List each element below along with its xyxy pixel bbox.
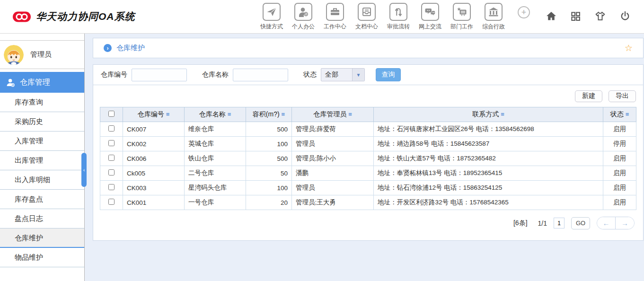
breadcrumb-arrow-icon: ›: [104, 44, 112, 52]
column-menu-icon[interactable]: ≡: [228, 111, 231, 118]
warehouse-code-input[interactable]: [132, 69, 187, 81]
warehouse-name-input[interactable]: [233, 69, 288, 81]
briefcase-icon: [326, 3, 344, 21]
nav-item-approval-flow[interactable]: 审批流转: [386, 3, 411, 31]
status-label: 状态: [303, 70, 317, 79]
go-button[interactable]: GO: [571, 217, 590, 229]
page-info: 1/1: [538, 220, 547, 227]
home-icon[interactable]: [546, 10, 557, 22]
status-select-value: 全部: [321, 70, 352, 79]
status-badge: 停用: [603, 137, 636, 151]
person-badge-icon: [6, 78, 16, 88]
column-menu-icon[interactable]: ≡: [626, 111, 629, 118]
pager-arrows: ← →: [597, 217, 635, 229]
col-header-manager[interactable]: 仓库管理员≡: [292, 107, 374, 122]
nav-item-personal-office[interactable]: 个人办公: [291, 3, 316, 31]
col-header-capacity[interactable]: 容积(m?)≡: [246, 107, 292, 122]
row-checkbox[interactable]: [108, 155, 115, 161]
table-row[interactable]: CK002 英城仓库 100 管理员 地址：靖边路58号 电话：15845623…: [100, 137, 636, 151]
chevron-down-icon: ▼: [352, 69, 364, 81]
app-window: 华天动力协同OA系统 快捷方式 个人办公 工作中心: [0, 0, 644, 281]
search-button[interactable]: 查询: [376, 68, 401, 81]
sidebar-item-inbound-management[interactable]: 入库管理: [0, 132, 84, 151]
warehouse-name-label: 仓库名称: [202, 70, 229, 79]
board-star-icon: [453, 3, 471, 21]
document-tray-icon: [358, 3, 376, 21]
nav-item-online-communication[interactable]: 网上交流: [418, 3, 442, 31]
row-checkbox[interactable]: [108, 125, 115, 132]
nav-label: 个人办公: [292, 23, 315, 31]
status-badge: 启用: [603, 151, 636, 166]
avatar[interactable]: [4, 45, 24, 65]
table-row[interactable]: CK003 星湾码头仓库 100 管理员 地址：钻石湾徐浦12号 电话：1586…: [100, 181, 636, 195]
col-header-status[interactable]: 状态≡: [603, 107, 636, 122]
sidebar-item-stock-check[interactable]: 库存盘点: [0, 190, 84, 209]
column-menu-icon[interactable]: ≡: [348, 111, 352, 118]
col-header-contact[interactable]: 联系方式≡: [374, 107, 603, 122]
table-row[interactable]: CK006 铁山仓库 500 管理员;陈小小 地址：铁山大道57号 电话：187…: [100, 151, 636, 166]
table-row[interactable]: CK001 一号仓库 20 管理员;王大勇 地址：开发区利济路32号 电话：15…: [100, 195, 636, 210]
sidebar-item-warehouse-maintenance[interactable]: 仓库维护: [0, 228, 84, 248]
page-title[interactable]: 仓库维护: [116, 44, 145, 53]
add-module-button[interactable]: +: [518, 6, 530, 18]
sidebar-item-item-maintenance[interactable]: 物品维护: [0, 248, 84, 267]
grid-icon[interactable]: [570, 11, 581, 22]
col-header-code[interactable]: 仓库编号≡: [123, 107, 185, 122]
next-page-button[interactable]: →: [616, 217, 634, 229]
nav-label: 工作中心: [324, 23, 346, 31]
record-count: [6条]: [513, 219, 528, 228]
main-content: › 仓库维护 ☆ 仓库编号 仓库名称 状态 全部 ▼: [85, 34, 644, 281]
app-logo[interactable]: 华天动力协同OA系统: [0, 10, 199, 23]
nav-item-shortcuts[interactable]: 快捷方式: [259, 3, 284, 31]
column-menu-icon[interactable]: ≡: [501, 111, 504, 118]
row-checkbox[interactable]: [108, 169, 115, 176]
new-button[interactable]: 新建: [575, 90, 602, 102]
header-right-icons: [546, 10, 631, 22]
nav-item-document-center[interactable]: 文档中心: [354, 3, 379, 31]
sidebar-collapse-handle[interactable]: ‹: [81, 153, 87, 187]
main-nav: 快捷方式 个人办公 工作中心 文档中心: [259, 3, 530, 31]
nav-item-general-admin[interactable]: 综合行政: [481, 3, 506, 31]
nav-item-department-work[interactable]: 部门工作: [450, 3, 474, 31]
table-header-row: 仓库编号≡ 仓库名称≡ 容积(m?)≡ 仓库管理员≡ 联系方式≡ 状态≡: [100, 107, 636, 122]
column-menu-icon[interactable]: ≡: [166, 111, 170, 118]
breadcrumb: › 仓库维护 ☆: [93, 38, 644, 58]
sidebar-item-inout-detail[interactable]: 出入库明细: [0, 170, 84, 190]
nav-label: 快捷方式: [260, 23, 283, 31]
row-checkbox[interactable]: [108, 140, 115, 146]
warehouse-code-label: 仓库编号: [101, 70, 127, 79]
paper-plane-icon: [263, 3, 281, 21]
row-checkbox[interactable]: [108, 199, 115, 205]
prev-page-button[interactable]: ←: [597, 217, 616, 229]
status-select[interactable]: 全部 ▼: [321, 68, 365, 81]
user-card: 管理员: [0, 40, 84, 69]
nav-item-work-center[interactable]: 工作中心: [323, 3, 347, 31]
nav-label: 审批流转: [387, 23, 410, 31]
table-row[interactable]: Ck005 二号仓库 50 潘鹏 地址：奉贤柘林镇13号 电话：18952365…: [100, 166, 636, 181]
export-button[interactable]: 导出: [609, 90, 636, 102]
row-checkbox[interactable]: [108, 184, 115, 190]
select-all-checkbox[interactable]: [108, 111, 115, 117]
col-header-name[interactable]: 仓库名称≡: [185, 107, 246, 122]
table-row[interactable]: CK007 维奈仓库 500 管理员;薛爱荷 地址：石河镇唐家村工业园区26号 …: [100, 122, 636, 137]
status-badge: 启用: [603, 195, 636, 210]
sidebar: 管理员 仓库管理 库存查询 采购历史 入库管理 出库管理 出入库明细 库存盘点 …: [0, 34, 85, 281]
arrow-left-icon: ←: [603, 219, 610, 227]
person-add-icon: [294, 3, 312, 21]
sidebar-item-inventory-query[interactable]: 库存查询: [0, 93, 84, 112]
page-input[interactable]: [554, 218, 565, 228]
shirt-icon[interactable]: [594, 10, 606, 22]
nav-label: 综合行政: [482, 23, 505, 31]
sidebar-item-purchase-history[interactable]: 采购历史: [0, 112, 84, 132]
sidebar-group-warehouse[interactable]: 仓库管理: [0, 72, 84, 93]
bank-icon: [485, 3, 503, 21]
sidebar-item-outbound-management[interactable]: 出库管理: [0, 151, 84, 170]
power-icon[interactable]: [619, 10, 631, 22]
nav-label: 网上交流: [419, 23, 441, 31]
arrow-right-icon: →: [621, 219, 628, 227]
favorite-star-icon[interactable]: ☆: [625, 43, 633, 53]
sidebar-item-check-log[interactable]: 盘点日志: [0, 209, 84, 228]
column-menu-icon[interactable]: ≡: [282, 111, 285, 118]
status-badge: 启用: [603, 181, 636, 195]
sidebar-group-label: 仓库管理: [20, 78, 50, 88]
